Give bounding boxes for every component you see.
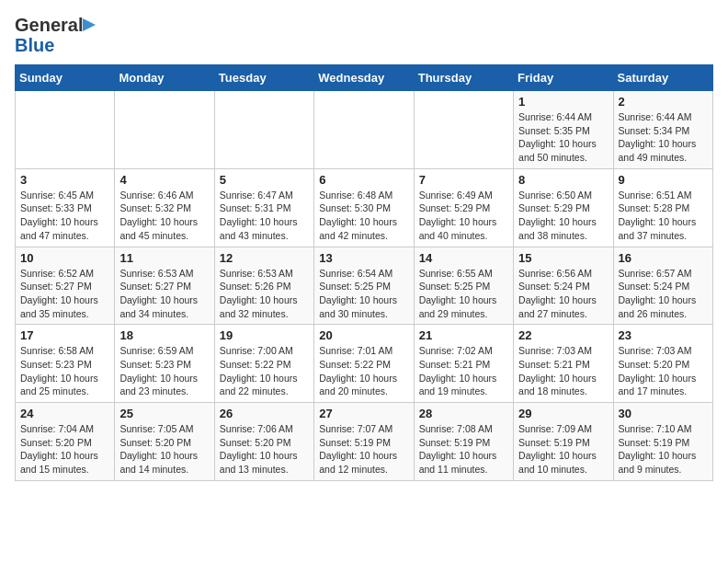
logo: GeneralBlue — [15, 15, 96, 55]
day-number: 7 — [419, 173, 508, 187]
calendar-cell — [115, 91, 214, 169]
calendar-cell: 25Sunrise: 7:05 AM Sunset: 5:20 PM Dayli… — [115, 403, 214, 481]
day-info: Sunrise: 6:44 AM Sunset: 5:35 PM Dayligh… — [518, 110, 608, 165]
day-info: Sunrise: 7:02 AM Sunset: 5:21 PM Dayligh… — [419, 344, 508, 398]
week-row-1: 1Sunrise: 6:44 AM Sunset: 5:35 PM Daylig… — [16, 91, 713, 169]
day-info: Sunrise: 6:59 AM Sunset: 5:23 PM Dayligh… — [119, 344, 209, 398]
calendar-cell: 26Sunrise: 7:06 AM Sunset: 5:20 PM Dayli… — [214, 403, 313, 481]
calendar-cell: 14Sunrise: 6:55 AM Sunset: 5:25 PM Dayli… — [414, 247, 513, 325]
calendar-cell: 5Sunrise: 6:47 AM Sunset: 5:31 PM Daylig… — [214, 168, 313, 247]
calendar-cell: 19Sunrise: 7:00 AM Sunset: 5:22 PM Dayli… — [214, 325, 313, 403]
day-info: Sunrise: 6:47 AM Sunset: 5:31 PM Dayligh… — [220, 189, 309, 243]
day-number: 29 — [518, 407, 608, 420]
calendar-cell: 8Sunrise: 6:50 AM Sunset: 5:29 PM Daylig… — [514, 168, 613, 247]
day-info: Sunrise: 7:05 AM Sunset: 5:20 PM Dayligh… — [119, 422, 209, 477]
calendar-cell: 12Sunrise: 6:53 AM Sunset: 5:26 PM Dayli… — [214, 247, 313, 325]
day-number: 9 — [619, 173, 708, 187]
day-info: Sunrise: 7:07 AM Sunset: 5:19 PM Dayligh… — [319, 422, 408, 477]
calendar-cell: 6Sunrise: 6:48 AM Sunset: 5:30 PM Daylig… — [314, 168, 414, 247]
calendar-cell: 10Sunrise: 6:52 AM Sunset: 5:27 PM Dayli… — [16, 247, 115, 325]
day-info: Sunrise: 6:53 AM Sunset: 5:26 PM Dayligh… — [220, 267, 309, 321]
calendar-cell: 9Sunrise: 6:51 AM Sunset: 5:28 PM Daylig… — [613, 168, 712, 247]
week-row-5: 24Sunrise: 7:04 AM Sunset: 5:20 PM Dayli… — [16, 403, 713, 481]
week-row-3: 10Sunrise: 6:52 AM Sunset: 5:27 PM Dayli… — [16, 247, 713, 325]
day-number: 22 — [518, 328, 608, 342]
day-number: 5 — [220, 173, 309, 187]
day-info: Sunrise: 6:49 AM Sunset: 5:29 PM Dayligh… — [419, 189, 508, 243]
day-number: 14 — [419, 251, 508, 265]
calendar-cell — [16, 91, 115, 169]
calendar-cell: 7Sunrise: 6:49 AM Sunset: 5:29 PM Daylig… — [414, 168, 513, 247]
calendar-cell: 29Sunrise: 7:09 AM Sunset: 5:19 PM Dayli… — [514, 403, 613, 481]
day-info: Sunrise: 6:50 AM Sunset: 5:29 PM Dayligh… — [518, 189, 608, 243]
weekday-header-thursday: Thursday — [414, 65, 513, 91]
day-number: 15 — [518, 251, 608, 265]
day-info: Sunrise: 6:45 AM Sunset: 5:33 PM Dayligh… — [20, 189, 109, 243]
weekday-header-row: SundayMondayTuesdayWednesdayThursdayFrid… — [16, 65, 713, 91]
day-info: Sunrise: 6:46 AM Sunset: 5:32 PM Dayligh… — [119, 189, 209, 243]
day-number: 27 — [319, 407, 408, 420]
logo: GeneralBlue — [15, 15, 96, 55]
calendar-cell — [414, 91, 513, 169]
weekday-header-friday: Friday — [514, 65, 613, 91]
calendar-cell: 4Sunrise: 6:46 AM Sunset: 5:32 PM Daylig… — [115, 168, 214, 247]
calendar-cell — [214, 91, 313, 169]
week-row-4: 17Sunrise: 6:58 AM Sunset: 5:23 PM Dayli… — [16, 325, 713, 403]
day-number: 18 — [119, 328, 209, 342]
week-row-2: 3Sunrise: 6:45 AM Sunset: 5:33 PM Daylig… — [16, 168, 713, 247]
calendar-cell: 16Sunrise: 6:57 AM Sunset: 5:24 PM Dayli… — [613, 247, 712, 325]
day-number: 12 — [220, 251, 309, 265]
day-info: Sunrise: 6:58 AM Sunset: 5:23 PM Dayligh… — [20, 344, 109, 398]
calendar-cell: 20Sunrise: 7:01 AM Sunset: 5:22 PM Dayli… — [314, 325, 414, 403]
day-number: 21 — [419, 328, 508, 342]
weekday-header-saturday: Saturday — [613, 65, 712, 91]
calendar-cell: 28Sunrise: 7:08 AM Sunset: 5:19 PM Dayli… — [414, 403, 513, 481]
day-number: 13 — [319, 251, 408, 265]
day-info: Sunrise: 7:08 AM Sunset: 5:19 PM Dayligh… — [419, 422, 508, 477]
day-info: Sunrise: 6:57 AM Sunset: 5:24 PM Dayligh… — [619, 267, 708, 321]
day-number: 10 — [20, 251, 109, 265]
day-info: Sunrise: 7:09 AM Sunset: 5:19 PM Dayligh… — [518, 422, 608, 477]
day-number: 6 — [319, 173, 408, 187]
day-number: 16 — [619, 251, 708, 265]
day-number: 3 — [20, 173, 109, 187]
logo-arrow-icon — [83, 17, 96, 33]
calendar-cell: 18Sunrise: 6:59 AM Sunset: 5:23 PM Dayli… — [115, 325, 214, 403]
day-info: Sunrise: 7:00 AM Sunset: 5:22 PM Dayligh… — [220, 344, 309, 398]
calendar-table: SundayMondayTuesdayWednesdayThursdayFrid… — [15, 64, 713, 481]
day-info: Sunrise: 6:52 AM Sunset: 5:27 PM Dayligh… — [20, 267, 109, 321]
day-info: Sunrise: 6:48 AM Sunset: 5:30 PM Dayligh… — [319, 189, 408, 243]
day-info: Sunrise: 7:06 AM Sunset: 5:20 PM Dayligh… — [220, 422, 309, 477]
calendar-cell: 13Sunrise: 6:54 AM Sunset: 5:25 PM Dayli… — [314, 247, 414, 325]
day-number: 8 — [518, 173, 608, 187]
day-info: Sunrise: 6:54 AM Sunset: 5:25 PM Dayligh… — [319, 267, 408, 321]
page-header: GeneralBlue — [15, 15, 713, 55]
day-number: 20 — [319, 328, 408, 342]
day-number: 11 — [119, 251, 209, 265]
calendar-cell: 1Sunrise: 6:44 AM Sunset: 5:35 PM Daylig… — [514, 91, 613, 169]
logo-general-text: General — [15, 15, 83, 35]
day-number: 25 — [119, 407, 209, 420]
day-info: Sunrise: 6:44 AM Sunset: 5:34 PM Dayligh… — [619, 110, 708, 165]
day-info: Sunrise: 7:10 AM Sunset: 5:19 PM Dayligh… — [619, 422, 708, 477]
day-info: Sunrise: 7:03 AM Sunset: 5:21 PM Dayligh… — [518, 344, 608, 398]
day-number: 2 — [619, 95, 708, 109]
day-info: Sunrise: 6:56 AM Sunset: 5:24 PM Dayligh… — [518, 267, 608, 321]
day-info: Sunrise: 6:55 AM Sunset: 5:25 PM Dayligh… — [419, 267, 508, 321]
logo-blue-text: Blue — [15, 35, 54, 55]
calendar-cell: 21Sunrise: 7:02 AM Sunset: 5:21 PM Dayli… — [414, 325, 513, 403]
day-info: Sunrise: 7:03 AM Sunset: 5:20 PM Dayligh… — [619, 344, 708, 398]
day-number: 26 — [220, 407, 309, 420]
day-number: 1 — [518, 95, 608, 109]
day-info: Sunrise: 6:53 AM Sunset: 5:27 PM Dayligh… — [119, 267, 209, 321]
day-number: 30 — [619, 407, 708, 420]
day-number: 28 — [419, 407, 508, 420]
day-number: 24 — [20, 407, 109, 420]
day-number: 23 — [619, 328, 708, 342]
day-number: 4 — [119, 173, 209, 187]
svg-marker-0 — [83, 18, 96, 31]
calendar-cell: 17Sunrise: 6:58 AM Sunset: 5:23 PM Dayli… — [16, 325, 115, 403]
day-info: Sunrise: 7:04 AM Sunset: 5:20 PM Dayligh… — [20, 422, 109, 477]
day-number: 17 — [20, 328, 109, 342]
weekday-header-tuesday: Tuesday — [214, 65, 313, 91]
